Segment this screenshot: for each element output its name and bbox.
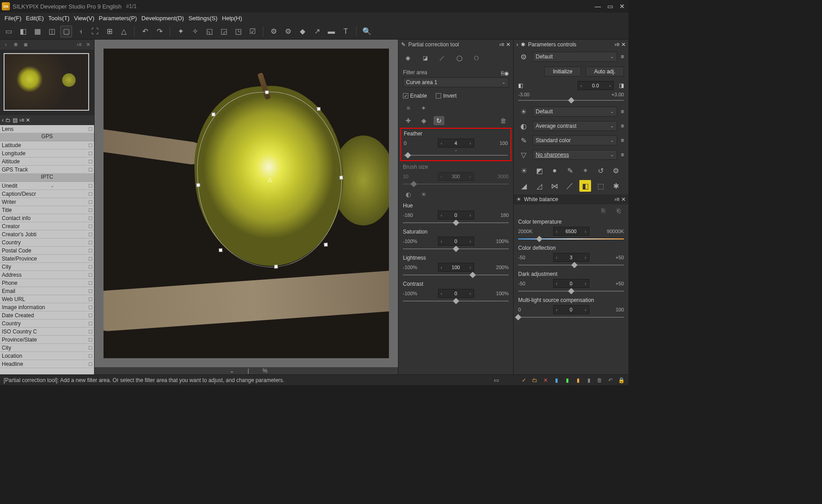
tag4-icon[interactable]: ▮ bbox=[585, 377, 592, 384]
meta-longitude[interactable]: Longitude bbox=[0, 149, 94, 158]
filter-area-dropdown[interactable]: Curve area 1⌄ bbox=[403, 77, 509, 87]
thumbnail[interactable] bbox=[4, 53, 89, 111]
curve-icon[interactable]: ◩ bbox=[533, 165, 545, 176]
sliders-icon[interactable]: ≡ bbox=[403, 104, 414, 112]
temp-track[interactable] bbox=[518, 238, 624, 239]
tag1-icon[interactable]: ▮ bbox=[553, 377, 560, 384]
menu-edit[interactable]: Edit(E) bbox=[24, 14, 46, 22]
close-panel-icon[interactable]: ✕ bbox=[84, 40, 92, 49]
gear2-icon[interactable]: ⚙ bbox=[282, 26, 294, 37]
chevron-left-icon[interactable]: ‹ bbox=[2, 40, 10, 49]
exposure-spinner[interactable]: ‹0.0› bbox=[578, 81, 614, 90]
menu-dots-icon[interactable]: ≡ bbox=[621, 54, 624, 60]
expand-icon[interactable]: ›≡ bbox=[19, 117, 24, 123]
multi-track[interactable] bbox=[518, 317, 624, 318]
meta-altitude[interactable]: Altitude bbox=[0, 158, 94, 166]
search-icon[interactable]: 🔍 bbox=[361, 26, 373, 37]
camera-icon[interactable]: ◙ bbox=[22, 40, 30, 49]
page-icon[interactable]: ▭ bbox=[492, 377, 500, 384]
meta-phone[interactable]: Phone bbox=[0, 279, 94, 287]
lightness-spinner[interactable]: ‹100› bbox=[438, 263, 474, 272]
spinner-inc-icon[interactable]: › bbox=[467, 140, 474, 146]
grid-icon[interactable]: ▦ bbox=[32, 26, 43, 37]
maximize-button[interactable]: ▭ bbox=[607, 3, 613, 10]
feather-track[interactable] bbox=[404, 155, 508, 156]
spinner-dec-icon[interactable]: ‹ bbox=[438, 140, 445, 146]
deflection-track[interactable] bbox=[518, 265, 624, 266]
layout2-icon[interactable]: ◧ bbox=[17, 26, 29, 37]
check-icon[interactable]: ☑ bbox=[247, 26, 258, 37]
brush2-icon[interactable]: ／ bbox=[564, 180, 576, 192]
metadata-list[interactable]: Lens GPS Latitude Longitude Altitude GPS… bbox=[0, 125, 94, 374]
contrast-spinner[interactable]: ‹0› bbox=[438, 289, 474, 298]
gear1-icon[interactable]: ⚙ bbox=[268, 26, 280, 37]
collapse-icon[interactable]: ›≡ bbox=[614, 41, 619, 48]
meta-country[interactable]: Country bbox=[0, 238, 94, 247]
meta-isocountry[interactable]: ISO Country C bbox=[0, 328, 94, 336]
close-panel-icon[interactable]: ✕ bbox=[621, 41, 626, 48]
tag3-icon[interactable]: ▮ bbox=[574, 377, 582, 384]
contrast-preset-dropdown[interactable]: Average contrast⌄ bbox=[533, 121, 617, 131]
menu-parameters[interactable]: Parameters(P) bbox=[97, 14, 139, 22]
contrast-track[interactable] bbox=[403, 301, 509, 302]
add-point-icon[interactable]: ✚ bbox=[403, 116, 414, 125]
lock-icon[interactable]: 🔒 bbox=[618, 377, 625, 384]
close-panel-icon[interactable]: ✕ bbox=[621, 196, 626, 202]
trash2-icon[interactable]: 🗑 bbox=[596, 377, 603, 384]
dark-spinner[interactable]: ‹0› bbox=[553, 279, 589, 288]
meta-caption[interactable]: Caption/Descr bbox=[0, 190, 94, 198]
screen-icon[interactable]: ▬ bbox=[325, 26, 337, 37]
saturation-track[interactable] bbox=[403, 248, 509, 249]
menu-help[interactable]: Help(H) bbox=[220, 14, 244, 22]
menu-settings[interactable]: Settings(S) bbox=[187, 14, 219, 22]
center-marker-icon[interactable]: △ bbox=[267, 176, 272, 183]
reset-exposure-icon[interactable]: ◨ bbox=[619, 82, 624, 89]
meta-contact[interactable]: Contact info bbox=[0, 214, 94, 222]
fullscreen-icon[interactable]: ⛶ bbox=[89, 26, 101, 37]
meta-latitude[interactable]: Latitude bbox=[0, 141, 94, 149]
undo-icon[interactable]: ↶ bbox=[139, 26, 151, 37]
wb-preset-dropdown[interactable]: Default⌄ bbox=[533, 107, 617, 117]
meta-lens[interactable]: Lens bbox=[0, 125, 94, 133]
meta-unedit[interactable]: Unedit⌄ bbox=[0, 182, 94, 190]
invert-checkbox[interactable]: Invert bbox=[436, 93, 456, 99]
crop2-icon[interactable]: ⬚ bbox=[595, 180, 606, 192]
menu-file[interactable]: File(F) bbox=[3, 14, 23, 22]
autoadj-button[interactable]: Auto adj. bbox=[586, 67, 624, 76]
drop2-icon[interactable]: ◢ bbox=[518, 180, 530, 192]
list-icon[interactable]: ▤ bbox=[13, 117, 18, 123]
trash-icon[interactable]: 🗑 bbox=[498, 116, 509, 125]
more-icon[interactable]: ✱ bbox=[610, 180, 622, 192]
collapse-icon[interactable]: ›≡ bbox=[499, 41, 504, 48]
split-icon[interactable]: ◫ bbox=[46, 26, 58, 37]
meta-weburl[interactable]: Web URL bbox=[0, 295, 94, 303]
chevron-right-icon[interactable]: › bbox=[516, 41, 518, 48]
wand-icon[interactable]: ✦ bbox=[418, 104, 429, 112]
fish-icon[interactable]: ⋈ bbox=[549, 180, 560, 192]
saturation-spinner[interactable]: ‹0› bbox=[438, 237, 474, 246]
sun-icon[interactable]: ☀ bbox=[418, 190, 429, 199]
sun2-icon[interactable]: ☀ bbox=[518, 165, 530, 176]
menu-view[interactable]: View(V) bbox=[72, 14, 96, 22]
layout1-icon[interactable]: ▭ bbox=[3, 26, 14, 37]
dropper-icon[interactable]: ✎ bbox=[518, 135, 529, 146]
meta-creatorsjob[interactable]: Creator's Jobti bbox=[0, 230, 94, 238]
tag2-icon[interactable]: ▮ bbox=[564, 377, 571, 384]
meta-gpstrack[interactable]: GPS Track bbox=[0, 166, 94, 174]
meta-state[interactable]: State/Province bbox=[0, 255, 94, 263]
chevron-left-icon[interactable]: ‹ bbox=[2, 117, 4, 123]
exposure-track[interactable] bbox=[518, 100, 624, 101]
close-icon[interactable]: ✕ bbox=[542, 377, 549, 384]
close-panel-icon[interactable]: ✕ bbox=[506, 41, 510, 48]
redo-icon[interactable]: ↷ bbox=[154, 26, 165, 37]
pencil-icon[interactable]: ✎ bbox=[564, 165, 576, 176]
deflection-spinner[interactable]: ‹3› bbox=[553, 253, 589, 262]
sharpness-icon[interactable]: ▽ bbox=[518, 149, 529, 160]
gear-icon[interactable]: ⚙ bbox=[518, 51, 529, 62]
crop-icon[interactable]: ◱ bbox=[203, 26, 215, 37]
exposure-icon[interactable]: ◧ bbox=[518, 82, 523, 89]
collapse-icon[interactable]: ›≡ bbox=[614, 196, 619, 202]
ellipse-icon[interactable]: ◯ bbox=[454, 53, 464, 63]
focus-icon[interactable]: ⌖ bbox=[579, 165, 591, 176]
hue-track[interactable] bbox=[403, 222, 509, 223]
